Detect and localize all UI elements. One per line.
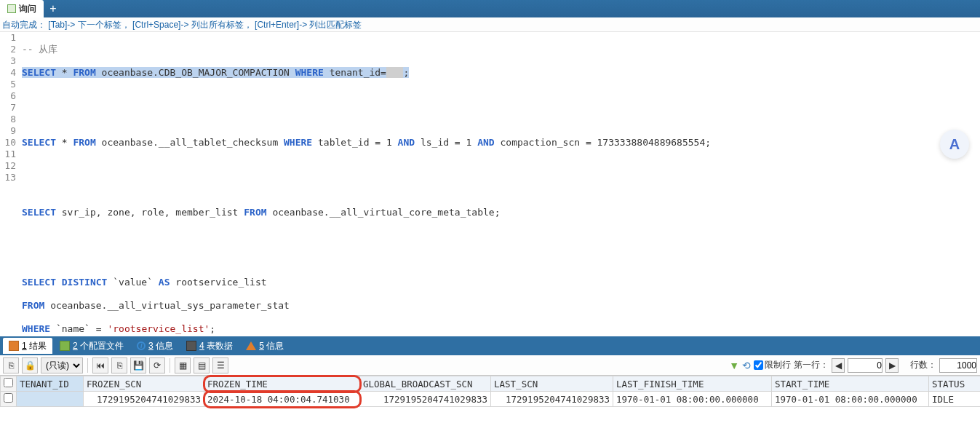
result-tab-tabledata[interactable]: 4 表数据 <box>180 338 239 354</box>
view-form-button[interactable]: ▤ <box>194 357 210 373</box>
data-icon <box>186 341 196 351</box>
col-tenant-id[interactable]: TENANT_ID <box>17 376 84 392</box>
tab-query-label: 询问 <box>19 3 36 15</box>
cell-lftime[interactable]: 1970-01-01 08:00:00.000000 <box>613 392 772 407</box>
editor-gutter: 123 456 789 101112 13 <box>0 32 22 336</box>
col-last-scn[interactable]: LAST_SCN <box>491 376 613 392</box>
cell-stime[interactable]: 1970-01-01 08:00:00.000000 <box>772 392 929 407</box>
cell-tenant-id[interactable] <box>17 392 84 407</box>
autocomplete-hint: 自动完成： [Tab]-> 下一个标签， [Ctrl+Space]-> 列出所有… <box>0 17 980 32</box>
result-toolbar: ⎘ 🔒 (只读) ⏮ ⎘ 💾 ⟳ ▦ ▤ ☰ ▼ ⟲ 限制行 第一行： ◀ ▶ … <box>0 355 980 376</box>
view-grid-button[interactable]: ▦ <box>175 357 191 373</box>
result-tab-profiles[interactable]: 2 个配置文件 <box>54 338 130 354</box>
cell-status[interactable]: IDLE <box>929 392 981 407</box>
col-status[interactable]: STATUS <box>929 376 981 392</box>
warn-icon <box>246 341 256 350</box>
col-stime[interactable]: START_TIME <box>772 376 929 392</box>
view-text-button[interactable]: ☰ <box>212 357 228 373</box>
firstrow-next-button[interactable]: ▶ <box>885 358 899 373</box>
result-tab-results[interactable]: 1 结果 <box>3 338 52 354</box>
limit-rows-checkbox[interactable]: 限制行 <box>754 359 791 371</box>
save-button[interactable]: 💾 <box>130 357 146 373</box>
cell-frozen-time[interactable]: 2024-10-18 04:00:04.741030 <box>204 392 360 407</box>
table-row[interactable]: 1729195204741029833 2024-10-18 04:00:04.… <box>1 392 981 407</box>
filter-icon[interactable]: ▼ <box>729 360 739 371</box>
tab-strip: 询问 + <box>0 0 980 17</box>
col-frozen-time[interactable]: FROZEN_TIME <box>204 376 360 392</box>
grid-icon <box>9 341 19 351</box>
editor-code[interactable]: -- 从库 SELECT * FROM oceanbase.CDB_OB_MAJ… <box>22 32 980 336</box>
edit-mode-select[interactable]: (只读) <box>41 357 83 373</box>
row-checkbox[interactable] <box>1 392 17 407</box>
tab-add-button[interactable]: + <box>44 0 63 17</box>
toggle-readonly-button[interactable]: 🔒 <box>22 357 38 373</box>
reset-filter-icon[interactable]: ⟲ <box>742 360 751 371</box>
export-icon: ⎘ <box>9 360 14 371</box>
firstrow-prev-button[interactable]: ◀ <box>832 358 845 373</box>
result-tab-info1[interactable]: 3 信息 <box>131 338 179 354</box>
info-icon <box>137 341 146 350</box>
assistant-float-button[interactable]: A <box>940 130 969 159</box>
select-all-checkbox[interactable] <box>1 376 17 392</box>
copy-button[interactable]: ⎘ <box>111 357 127 373</box>
col-frozen-scn[interactable]: FROZEN_SCN <box>84 376 204 392</box>
grid-header-row: TENANT_ID FROZEN_SCN FROZEN_TIME GLOBAL_… <box>1 376 981 392</box>
firstrow-label: 第一行： <box>794 359 829 371</box>
result-grid[interactable]: TENANT_ID FROZEN_SCN FROZEN_TIME GLOBAL_… <box>0 376 980 407</box>
export-button[interactable]: ⎘ <box>3 357 19 373</box>
cell-gbscn[interactable]: 1729195204741029833 <box>360 392 491 407</box>
result-tab-bar: 1 结果 2 个配置文件 3 信息 4 表数据 5 信息 <box>0 336 980 355</box>
result-tab-info2[interactable]: 5 信息 <box>240 338 290 354</box>
tab-query[interactable]: 询问 <box>0 0 44 17</box>
rowcount-input[interactable] <box>939 358 977 373</box>
col-lftime[interactable]: LAST_FINISH_TIME <box>613 376 772 392</box>
cell-frozen-scn[interactable]: 1729195204741029833 <box>84 392 204 407</box>
col-gbscn[interactable]: GLOBAL_BROADCAST_SCN <box>360 376 491 392</box>
first-page-icon-button[interactable]: ⏮ <box>92 357 108 373</box>
firstrow-input[interactable] <box>848 358 883 373</box>
profiles-icon <box>60 341 70 351</box>
sql-editor[interactable]: 123 456 789 101112 13 -- 从库 SELECT * FRO… <box>0 32 980 336</box>
refresh-icon-button[interactable]: ⟳ <box>149 357 165 373</box>
cell-last-scn[interactable]: 1729195204741029833 <box>491 392 613 407</box>
lock-icon: 🔒 <box>25 360 36 371</box>
rowcount-label: 行数： <box>910 359 936 371</box>
sql-doc-icon <box>7 4 16 13</box>
